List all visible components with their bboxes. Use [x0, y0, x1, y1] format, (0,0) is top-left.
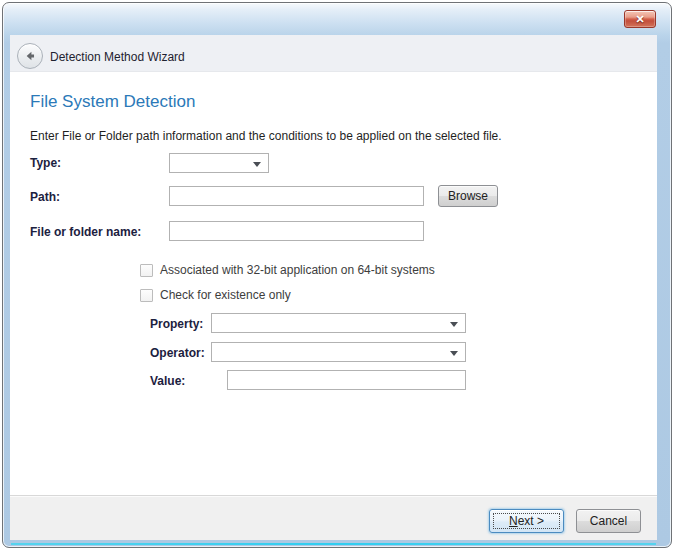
close-button[interactable]: ✕: [624, 10, 656, 28]
path-input[interactable]: [169, 186, 424, 206]
type-label: Type:: [30, 156, 61, 170]
browse-button-label: Browse: [448, 189, 488, 203]
value-label: Value:: [150, 374, 185, 388]
checkbox-existence-label: Check for existence only: [160, 288, 291, 302]
path-label: Path:: [30, 190, 60, 204]
file-or-folder-name-label: File or folder name:: [30, 225, 141, 239]
next-button-label: ext >: [518, 514, 544, 528]
cancel-button-label: Cancel: [590, 514, 627, 528]
checkbox-row-existence[interactable]: Check for existence only: [140, 288, 291, 302]
operator-combobox[interactable]: [211, 342, 466, 362]
page-description: Enter File or Folder path information an…: [30, 129, 502, 143]
value-input[interactable]: [227, 370, 466, 390]
type-combobox[interactable]: [169, 153, 269, 173]
next-button-mnemonic: N: [509, 514, 518, 528]
page-title: File System Detection: [30, 92, 195, 112]
property-combobox[interactable]: [211, 313, 466, 333]
file-or-folder-name-input[interactable]: [169, 221, 424, 241]
chevron-down-icon: [450, 351, 458, 356]
window-bottom-glow: [11, 543, 656, 545]
checkbox-existence[interactable]: [140, 289, 153, 302]
close-icon: ✕: [635, 14, 644, 25]
checkbox-row-32bit[interactable]: Associated with 32-bit application on 64…: [140, 263, 435, 277]
cancel-button[interactable]: Cancel: [576, 509, 641, 533]
next-button[interactable]: Next >: [489, 509, 564, 533]
chevron-down-icon: [253, 162, 261, 167]
checkbox-32bit-label: Associated with 32-bit application on 64…: [160, 263, 435, 277]
browse-button[interactable]: Browse: [438, 185, 498, 207]
wizard-title: Detection Method Wizard: [50, 50, 185, 64]
property-label: Property:: [150, 317, 203, 331]
back-arrow-icon: [23, 49, 37, 63]
back-button[interactable]: [17, 43, 43, 69]
checkbox-32bit[interactable]: [140, 264, 153, 277]
operator-label: Operator:: [150, 346, 205, 360]
screen: ✕ Detection Method Wizard File System De…: [0, 0, 675, 551]
chevron-down-icon: [450, 322, 458, 327]
titlebar[interactable]: [3, 3, 671, 35]
